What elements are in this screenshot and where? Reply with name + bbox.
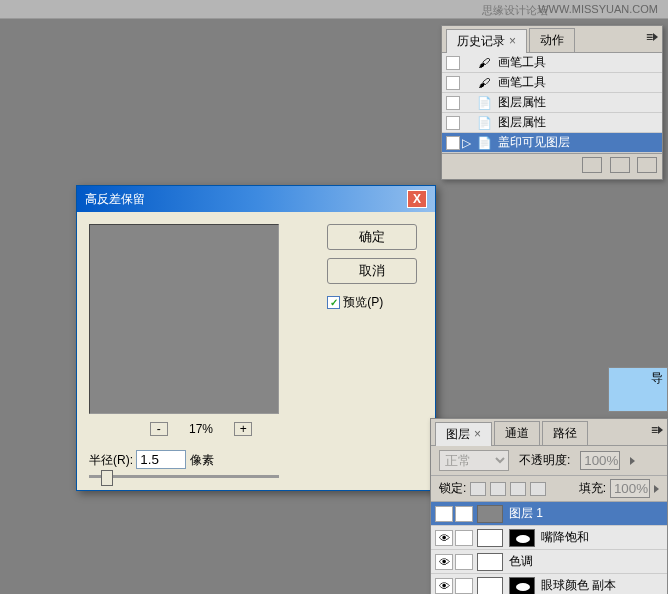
checkbox-icon[interactable]: ✓ bbox=[327, 296, 340, 309]
fill-label: 填充: bbox=[579, 480, 606, 497]
radius-unit: 像素 bbox=[190, 453, 214, 467]
tab-history[interactable]: 历史记录× bbox=[446, 29, 527, 53]
doc-icon: 📄 bbox=[476, 116, 492, 130]
layer-list: 👁图层 1 👁嘴降饱和 👁色调 👁眼球颜色 副本 bbox=[431, 502, 667, 594]
current-arrow-icon: ▷ bbox=[462, 136, 474, 150]
mini-label: 导 bbox=[609, 368, 667, 389]
layer-name: 眼球颜色 副本 bbox=[541, 577, 616, 594]
radius-slider[interactable] bbox=[89, 475, 313, 478]
new-doc-icon[interactable] bbox=[610, 157, 630, 173]
lock-move-icon[interactable] bbox=[510, 482, 526, 496]
history-label: 画笔工具 bbox=[498, 54, 546, 71]
lock-label: 锁定: bbox=[439, 480, 466, 497]
history-label: 图层属性 bbox=[498, 114, 546, 131]
lock-all-icon[interactable] bbox=[530, 482, 546, 496]
layer-item[interactable]: 👁色调 bbox=[431, 550, 667, 574]
eye-icon[interactable]: 👁 bbox=[435, 554, 453, 570]
history-item[interactable]: 📄图层属性 bbox=[442, 113, 662, 133]
radius-input[interactable] bbox=[136, 450, 186, 469]
doc-icon: 📄 bbox=[476, 136, 492, 150]
history-item[interactable]: 🖌画笔工具 bbox=[442, 53, 662, 73]
fill-input[interactable] bbox=[610, 479, 650, 498]
preview-box[interactable] bbox=[89, 224, 279, 414]
layer-thumb[interactable] bbox=[477, 577, 503, 595]
watermark-right: WWW.MISSYUAN.COM bbox=[538, 3, 658, 15]
preview-label: 预览(P) bbox=[343, 295, 383, 309]
eye-icon[interactable]: 👁 bbox=[435, 506, 453, 522]
dialog-title-text: 高反差保留 bbox=[85, 191, 145, 208]
layers-tabs: 图层× 通道 路径 ≡ bbox=[431, 419, 667, 446]
new-snapshot-icon[interactable] bbox=[582, 157, 602, 173]
opacity-label: 不透明度: bbox=[519, 452, 570, 469]
opacity-input[interactable] bbox=[580, 451, 620, 470]
tab-history-label: 历史记录 bbox=[457, 34, 505, 48]
zoom-out-button[interactable]: - bbox=[150, 422, 168, 436]
preview-checkbox-row[interactable]: ✓ 预览(P) bbox=[327, 294, 423, 311]
layer-mask[interactable] bbox=[509, 577, 535, 595]
close-button[interactable]: X bbox=[407, 190, 427, 208]
history-list: 🖌画笔工具 🖌画笔工具 📄图层属性 📄图层属性 ▷📄盖印可见图层 bbox=[442, 53, 662, 153]
zoom-controls: - 17% + bbox=[89, 422, 313, 436]
ok-button[interactable]: 确定 bbox=[327, 224, 417, 250]
zoom-value: 17% bbox=[181, 422, 221, 436]
layer-item[interactable]: 👁图层 1 bbox=[431, 502, 667, 526]
navigator-mini[interactable]: 导 bbox=[608, 367, 668, 412]
close-icon[interactable]: × bbox=[474, 427, 481, 441]
arrow-icon[interactable] bbox=[630, 457, 635, 465]
brush-icon: 🖌 bbox=[476, 56, 492, 70]
link-icon[interactable] bbox=[455, 530, 473, 546]
radius-row: 半径(R): 像素 bbox=[89, 450, 313, 469]
link-icon[interactable] bbox=[455, 506, 473, 522]
cancel-button[interactable]: 取消 bbox=[327, 258, 417, 284]
history-item[interactable]: 📄图层属性 bbox=[442, 93, 662, 113]
doc-icon: 📄 bbox=[476, 96, 492, 110]
history-footer bbox=[442, 153, 662, 179]
zoom-in-button[interactable]: + bbox=[234, 422, 252, 436]
tab-layers[interactable]: 图层× bbox=[435, 422, 492, 446]
tab-actions[interactable]: 动作 bbox=[529, 28, 575, 52]
close-icon[interactable]: × bbox=[509, 34, 516, 48]
panel-menu-icon[interactable]: ≡ bbox=[646, 30, 658, 44]
blend-mode-select[interactable]: 正常 bbox=[439, 450, 509, 471]
layers-panel: 图层× 通道 路径 ≡ 正常 不透明度: 锁定: 填充: 👁图层 1 👁嘴降饱和… bbox=[430, 418, 668, 594]
slider-thumb[interactable] bbox=[101, 470, 113, 486]
history-tabs: 历史记录× 动作 ≡ bbox=[442, 26, 662, 53]
layer-controls: 正常 不透明度: bbox=[431, 446, 667, 476]
layer-item[interactable]: 👁嘴降饱和 bbox=[431, 526, 667, 550]
high-pass-dialog: 高反差保留 X - 17% + 半径(R): 像素 确定 取消 ✓ bbox=[76, 185, 436, 491]
layer-name: 图层 1 bbox=[509, 505, 543, 522]
layer-name: 色调 bbox=[509, 553, 533, 570]
layer-name: 嘴降饱和 bbox=[541, 529, 589, 546]
history-item[interactable]: ▷📄盖印可见图层 bbox=[442, 133, 662, 153]
link-icon[interactable] bbox=[455, 578, 473, 594]
history-label: 盖印可见图层 bbox=[498, 134, 570, 151]
lock-row: 锁定: 填充: bbox=[431, 476, 667, 502]
layer-thumb[interactable] bbox=[477, 553, 503, 571]
dialog-body: - 17% + 半径(R): 像素 确定 取消 ✓ 预览(P) bbox=[77, 212, 435, 490]
layer-item[interactable]: 👁眼球颜色 副本 bbox=[431, 574, 667, 594]
dialog-right: 确定 取消 ✓ 预览(P) bbox=[313, 224, 423, 478]
dialog-left: - 17% + 半径(R): 像素 bbox=[89, 224, 313, 478]
history-label: 画笔工具 bbox=[498, 74, 546, 91]
eye-icon[interactable]: 👁 bbox=[435, 530, 453, 546]
history-item[interactable]: 🖌画笔工具 bbox=[442, 73, 662, 93]
trash-icon[interactable] bbox=[637, 157, 657, 173]
panel-menu-icon[interactable]: ≡ bbox=[651, 423, 663, 437]
tab-channels[interactable]: 通道 bbox=[494, 421, 540, 445]
brush-icon: 🖌 bbox=[476, 76, 492, 90]
tab-paths[interactable]: 路径 bbox=[542, 421, 588, 445]
radius-label: 半径(R): bbox=[89, 453, 133, 467]
layer-mask[interactable] bbox=[509, 529, 535, 547]
history-panel: 历史记录× 动作 ≡ 🖌画笔工具 🖌画笔工具 📄图层属性 📄图层属性 ▷📄盖印可… bbox=[441, 25, 663, 180]
history-label: 图层属性 bbox=[498, 94, 546, 111]
arrow-icon[interactable] bbox=[654, 485, 659, 493]
lock-transparency-icon[interactable] bbox=[470, 482, 486, 496]
link-icon[interactable] bbox=[455, 554, 473, 570]
layer-thumb[interactable] bbox=[477, 529, 503, 547]
eye-icon[interactable]: 👁 bbox=[435, 578, 453, 594]
layer-thumb[interactable] bbox=[477, 505, 503, 523]
dialog-titlebar[interactable]: 高反差保留 X bbox=[77, 186, 435, 212]
lock-paint-icon[interactable] bbox=[490, 482, 506, 496]
tab-label: 图层 bbox=[446, 427, 470, 441]
